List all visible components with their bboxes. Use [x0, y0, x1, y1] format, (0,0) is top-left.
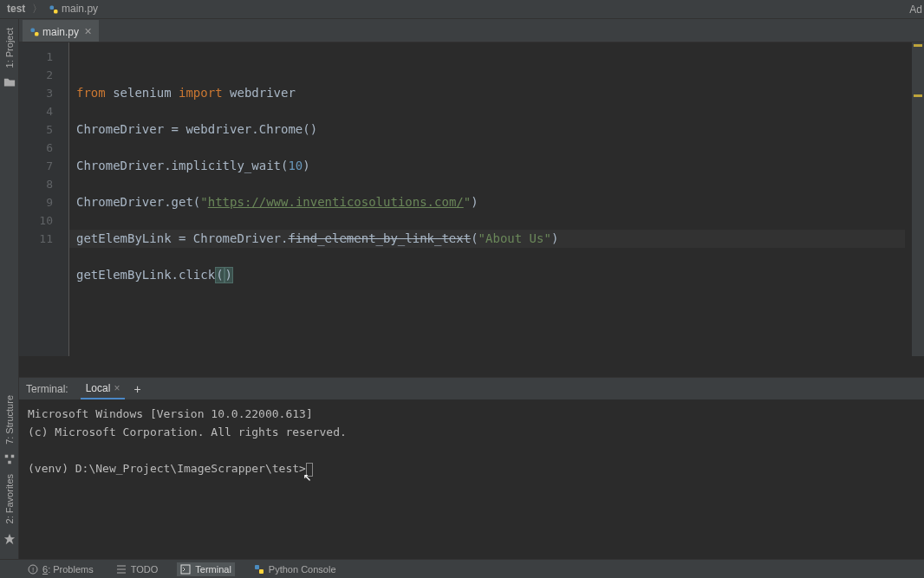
bottom-python-console[interactable]: Python Console [251, 562, 340, 576]
rail-project[interactable]: 1: Project [4, 23, 15, 73]
add-terminal-button[interactable]: + [133, 382, 140, 396]
url-link[interactable]: https://www.inventicosolutions.com/ [208, 195, 464, 209]
bottom-bar: ! 6: Problems TODO Terminal Python Conso… [0, 559, 924, 578]
folder-icon [3, 76, 16, 88]
editor[interactable]: 1 2 3 4 5 6 7 8 9 10 11 from selenium im… [19, 42, 924, 356]
scroll-warning-marker[interactable] [914, 44, 922, 47]
terminal-header: Terminal: Local × + [19, 377, 924, 399]
breadcrumb-bar: test 〉 main.py Ad [0, 0, 924, 19]
top-right-label[interactable]: Ad [909, 3, 922, 16]
svg-rect-9 [181, 565, 190, 574]
svg-rect-10 [255, 565, 259, 569]
breadcrumb-separator: 〉 [32, 3, 42, 15]
tab-main-py[interactable]: main.py ✕ [23, 20, 99, 42]
breadcrumb-project[interactable]: test [7, 3, 25, 15]
breadcrumb[interactable]: test 〉 main.py [7, 2, 98, 16]
matched-paren-open: ( [215, 267, 224, 283]
svg-rect-11 [259, 569, 264, 574]
svg-rect-3 [10, 455, 14, 458]
terminal-line: (c) Microsoft Corporation. All rights re… [28, 425, 347, 438]
bottom-problems[interactable]: ! 6: Problems [24, 562, 97, 576]
left-rail: 1: Project 7: Structure 2: Favorites [0, 19, 19, 559]
breadcrumb-file[interactable]: main.py [62, 3, 98, 15]
rail-favorites[interactable]: 2: Favorites [4, 469, 15, 529]
list-icon [116, 564, 127, 575]
svg-rect-6 [35, 32, 39, 36]
svg-rect-2 [4, 455, 8, 458]
python-file-icon [29, 27, 40, 37]
mouse-cursor-icon: ↖ [303, 467, 312, 485]
svg-rect-0 [50, 5, 55, 10]
terminal-prompt: (venv) D:\New_Project\ImageScrapper\test… [28, 462, 306, 475]
deprecated-method: find_element_by_link_text [288, 231, 471, 245]
kw-from: from [76, 86, 106, 100]
code-line-3: ChromeDriver = webdriver.Chrome() [76, 122, 317, 136]
editor-tabs: main.py ✕ [19, 19, 924, 42]
svg-rect-4 [8, 461, 11, 464]
matched-paren-close: ) [224, 267, 233, 283]
code-area[interactable]: from selenium import webdriver ChromeDri… [68, 42, 924, 356]
close-icon[interactable]: × [114, 382, 120, 394]
terminal-line: Microsoft Windows [Version 10.0.22000.61… [28, 407, 313, 420]
warning-icon: ! [28, 564, 38, 575]
gutter: 1 2 3 4 5 6 7 8 9 10 11 [19, 42, 69, 356]
terminal-body[interactable]: Microsoft Windows [Version 10.0.22000.61… [19, 399, 924, 559]
close-icon[interactable]: ✕ [84, 26, 92, 37]
terminal-title: Terminal: [26, 383, 68, 395]
editor-scrollbar[interactable] [912, 42, 924, 356]
kw-import: import [179, 86, 223, 100]
structure-icon [3, 453, 16, 465]
svg-rect-1 [54, 10, 58, 14]
python-icon [254, 564, 264, 575]
bottom-terminal[interactable]: Terminal [177, 562, 235, 576]
svg-rect-5 [31, 28, 36, 32]
terminal-tab-local[interactable]: Local × [81, 379, 126, 399]
python-file-icon [49, 4, 59, 15]
terminal-icon [180, 564, 191, 575]
tab-label: main.py [42, 26, 79, 38]
star-icon [3, 533, 16, 545]
rail-structure[interactable]: 7: Structure [4, 390, 15, 450]
bottom-todo[interactable]: TODO [113, 562, 162, 576]
scroll-warning-marker[interactable] [914, 94, 922, 97]
svg-text:!: ! [32, 566, 34, 574]
